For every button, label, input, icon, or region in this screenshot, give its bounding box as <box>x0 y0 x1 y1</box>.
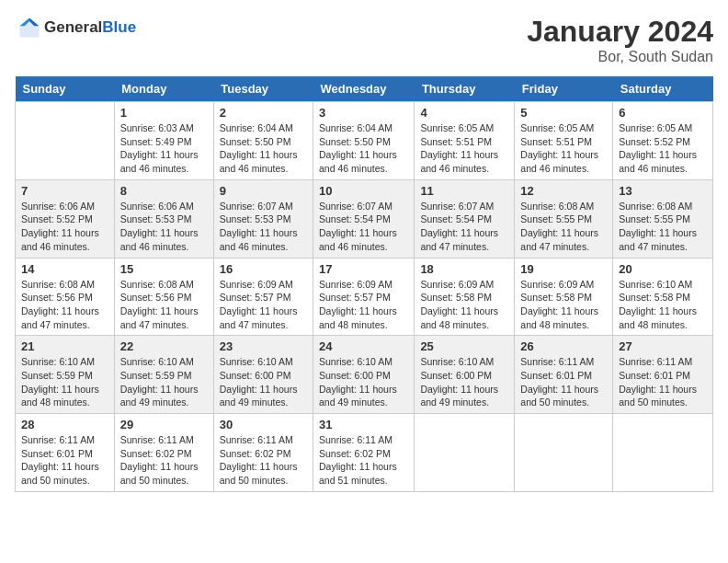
day-number: 4 <box>420 106 508 120</box>
day-info: Sunrise: 6:06 AMSunset: 5:53 PMDaylight:… <box>120 200 208 254</box>
day-info: Sunrise: 6:11 AMSunset: 6:01 PMDaylight:… <box>520 355 607 409</box>
day-number: 17 <box>319 262 408 276</box>
day-info: Sunrise: 6:04 AMSunset: 5:50 PMDaylight:… <box>220 121 307 176</box>
day-info: Sunrise: 6:10 AMSunset: 5:58 PMDaylight:… <box>619 278 707 332</box>
day-number: 16 <box>220 262 307 276</box>
day-number: 1 <box>120 106 208 120</box>
calendar-cell: 1Sunrise: 6:03 AMSunset: 5:49 PMDaylight… <box>114 102 213 180</box>
day-info: Sunrise: 6:09 AMSunset: 5:57 PMDaylight:… <box>220 278 307 332</box>
day-number: 8 <box>120 184 208 198</box>
day-number: 26 <box>520 339 607 353</box>
calendar-cell: 14Sunrise: 6:08 AMSunset: 5:56 PMDayligh… <box>16 258 115 336</box>
calendar-week-5: 28Sunrise: 6:11 AMSunset: 6:01 PMDayligh… <box>16 414 713 492</box>
calendar-week-3: 14Sunrise: 6:08 AMSunset: 5:56 PMDayligh… <box>16 258 713 336</box>
day-number: 15 <box>120 262 208 276</box>
calendar-cell: 13Sunrise: 6:08 AMSunset: 5:55 PMDayligh… <box>613 179 713 258</box>
calendar-cell: 20Sunrise: 6:10 AMSunset: 5:58 PMDayligh… <box>613 258 713 336</box>
day-info: Sunrise: 6:10 AMSunset: 6:00 PMDaylight:… <box>420 355 508 409</box>
col-wednesday: Wednesday <box>313 76 415 102</box>
logo-icon <box>17 15 42 40</box>
day-number: 2 <box>220 106 307 120</box>
calendar-table: Sunday Monday Tuesday Wednesday Thursday… <box>15 76 713 492</box>
day-info: Sunrise: 6:05 AMSunset: 5:51 PMDaylight:… <box>420 121 508 176</box>
logo-general: General <box>44 18 102 36</box>
calendar-cell: 4Sunrise: 6:05 AMSunset: 5:51 PMDaylight… <box>415 102 515 180</box>
day-number: 29 <box>120 418 208 431</box>
day-number: 9 <box>220 184 307 198</box>
day-info: Sunrise: 6:11 AMSunset: 6:01 PMDaylight:… <box>619 355 707 409</box>
day-number: 5 <box>520 106 607 120</box>
day-info: Sunrise: 6:06 AMSunset: 5:52 PMDaylight:… <box>21 200 108 254</box>
day-number: 7 <box>21 184 108 198</box>
logo: GeneralBlue <box>15 15 136 40</box>
calendar-week-1: 1Sunrise: 6:03 AMSunset: 5:49 PMDaylight… <box>16 102 713 180</box>
calendar-cell: 10Sunrise: 6:07 AMSunset: 5:54 PMDayligh… <box>313 179 415 258</box>
col-monday: Monday <box>114 76 213 102</box>
calendar-header-row: Sunday Monday Tuesday Wednesday Thursday… <box>16 76 713 102</box>
day-info: Sunrise: 6:08 AMSunset: 5:56 PMDaylight:… <box>21 278 108 332</box>
day-info: Sunrise: 6:11 AMSunset: 6:02 PMDaylight:… <box>319 433 408 488</box>
day-info: Sunrise: 6:10 AMSunset: 6:00 PMDaylight:… <box>220 355 307 409</box>
calendar-cell: 18Sunrise: 6:09 AMSunset: 5:58 PMDayligh… <box>415 258 515 336</box>
day-info: Sunrise: 6:05 AMSunset: 5:51 PMDaylight:… <box>520 121 607 176</box>
day-info: Sunrise: 6:10 AMSunset: 5:59 PMDaylight:… <box>21 355 108 409</box>
day-info: Sunrise: 6:09 AMSunset: 5:58 PMDaylight:… <box>420 278 508 332</box>
month-title: January 2024 <box>527 15 713 49</box>
calendar-week-4: 21Sunrise: 6:10 AMSunset: 5:59 PMDayligh… <box>16 336 713 414</box>
day-number: 22 <box>120 339 208 353</box>
day-number: 28 <box>21 418 108 431</box>
day-info: Sunrise: 6:10 AMSunset: 6:00 PMDaylight:… <box>319 355 408 409</box>
calendar-cell: 27Sunrise: 6:11 AMSunset: 6:01 PMDayligh… <box>613 336 713 414</box>
calendar-cell: 25Sunrise: 6:10 AMSunset: 6:00 PMDayligh… <box>415 336 515 414</box>
day-number: 25 <box>420 339 508 353</box>
day-info: Sunrise: 6:08 AMSunset: 5:55 PMDaylight:… <box>520 200 607 254</box>
calendar-cell <box>415 414 515 492</box>
calendar-cell: 30Sunrise: 6:11 AMSunset: 6:02 PMDayligh… <box>213 414 313 492</box>
day-number: 31 <box>319 418 408 431</box>
col-sunday: Sunday <box>16 76 115 102</box>
calendar-cell: 6Sunrise: 6:05 AMSunset: 5:52 PMDaylight… <box>613 102 713 180</box>
day-info: Sunrise: 6:07 AMSunset: 5:53 PMDaylight:… <box>220 200 307 254</box>
day-number: 30 <box>220 418 307 431</box>
day-info: Sunrise: 6:05 AMSunset: 5:52 PMDaylight:… <box>619 121 707 176</box>
day-number: 21 <box>21 339 108 353</box>
day-info: Sunrise: 6:11 AMSunset: 6:02 PMDaylight:… <box>220 433 307 488</box>
calendar-cell: 28Sunrise: 6:11 AMSunset: 6:01 PMDayligh… <box>16 414 115 492</box>
calendar-cell: 31Sunrise: 6:11 AMSunset: 6:02 PMDayligh… <box>313 414 415 492</box>
day-info: Sunrise: 6:07 AMSunset: 5:54 PMDaylight:… <box>420 200 508 254</box>
day-number: 11 <box>420 184 508 198</box>
calendar-week-2: 7Sunrise: 6:06 AMSunset: 5:52 PMDaylight… <box>16 179 713 258</box>
day-number: 18 <box>420 262 508 276</box>
day-info: Sunrise: 6:09 AMSunset: 5:58 PMDaylight:… <box>520 278 607 332</box>
logo-blue: Blue <box>102 18 136 36</box>
calendar-cell: 12Sunrise: 6:08 AMSunset: 5:55 PMDayligh… <box>515 179 613 258</box>
calendar-cell: 15Sunrise: 6:08 AMSunset: 5:56 PMDayligh… <box>114 258 213 336</box>
day-info: Sunrise: 6:11 AMSunset: 6:02 PMDaylight:… <box>120 433 208 488</box>
day-number: 10 <box>319 184 408 198</box>
day-number: 14 <box>21 262 108 276</box>
calendar-cell: 16Sunrise: 6:09 AMSunset: 5:57 PMDayligh… <box>213 258 313 336</box>
day-number: 27 <box>619 339 707 353</box>
calendar-cell: 17Sunrise: 6:09 AMSunset: 5:57 PMDayligh… <box>313 258 415 336</box>
day-info: Sunrise: 6:03 AMSunset: 5:49 PMDaylight:… <box>120 121 208 176</box>
page-header: GeneralBlue January 2024 Bor, South Suda… <box>15 15 713 65</box>
day-info: Sunrise: 6:10 AMSunset: 5:59 PMDaylight:… <box>120 355 208 409</box>
day-info: Sunrise: 6:04 AMSunset: 5:50 PMDaylight:… <box>319 121 408 176</box>
day-number: 3 <box>319 106 408 120</box>
calendar-cell <box>16 102 115 180</box>
calendar-cell: 21Sunrise: 6:10 AMSunset: 5:59 PMDayligh… <box>16 336 115 414</box>
col-saturday: Saturday <box>613 76 713 102</box>
col-tuesday: Tuesday <box>213 76 313 102</box>
calendar-cell: 9Sunrise: 6:07 AMSunset: 5:53 PMDaylight… <box>213 179 313 258</box>
day-info: Sunrise: 6:07 AMSunset: 5:54 PMDaylight:… <box>319 200 408 254</box>
day-number: 12 <box>520 184 607 198</box>
calendar-cell: 8Sunrise: 6:06 AMSunset: 5:53 PMDaylight… <box>114 179 213 258</box>
day-info: Sunrise: 6:09 AMSunset: 5:57 PMDaylight:… <box>319 278 408 332</box>
calendar-cell: 26Sunrise: 6:11 AMSunset: 6:01 PMDayligh… <box>515 336 613 414</box>
calendar-cell <box>515 414 613 492</box>
title-block: January 2024 Bor, South Sudan <box>527 15 713 65</box>
col-thursday: Thursday <box>415 76 515 102</box>
day-number: 24 <box>319 339 408 353</box>
day-number: 19 <box>520 262 607 276</box>
day-number: 20 <box>619 262 707 276</box>
